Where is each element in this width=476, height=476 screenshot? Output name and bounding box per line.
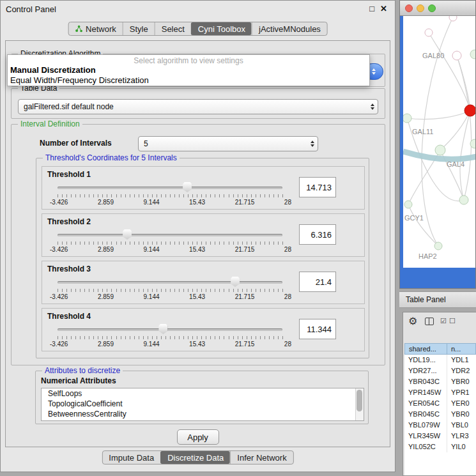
scale-label: 2.859: [98, 199, 114, 206]
slider-thumb[interactable]: [123, 229, 132, 240]
node-label-gal11: GAL11: [412, 128, 433, 135]
selected-red-node[interactable]: [464, 105, 475, 116]
cell-name: YER0: [447, 398, 476, 409]
slider-track[interactable]: [58, 187, 282, 189]
popup-option-equal-width-frequency[interactable]: Equal Width/Frequency Discretization: [8, 75, 369, 86]
zoom-traffic-light-icon[interactable]: [428, 4, 436, 12]
up-down-arrows-icon: [371, 104, 374, 110]
slider-ticks: [58, 289, 283, 292]
network-node-gcy1[interactable]: [404, 201, 412, 208]
threshold-1-panel: Threshold 1 -3.426 2.859 9.144 15.43 21.…: [42, 166, 365, 210]
table-row[interactable]: YBR043C YBR0: [404, 376, 476, 387]
network-node[interactable]: [425, 29, 433, 36]
close-icon[interactable]: ✕: [380, 4, 387, 13]
list-item[interactable]: SelfLoops: [42, 388, 364, 399]
scale-label: 21.715: [235, 246, 255, 253]
scale-label: 28: [284, 293, 291, 300]
scale-label: 15.43: [189, 341, 205, 348]
apply-button[interactable]: Apply: [177, 429, 219, 445]
vertical-scrollbar[interactable]: [355, 388, 364, 420]
threshold-1-value-field[interactable]: [299, 177, 336, 197]
table-row[interactable]: YDR27... YDR2: [404, 365, 476, 376]
network-node[interactable]: [459, 196, 468, 204]
scale-label: 21.715: [235, 341, 255, 348]
slider-track[interactable]: [58, 281, 282, 284]
cell-shared-name: YIL052C: [404, 441, 447, 452]
scale-label: 15.43: [189, 293, 205, 300]
table-row[interactable]: YBL079W YBL0: [404, 420, 476, 431]
scale-label: 21.715: [235, 293, 255, 300]
table-row[interactable]: YIL052C YIL0: [404, 441, 476, 452]
tab-network[interactable]: Network: [68, 22, 123, 35]
threshold-4-label: Threshold 4: [47, 312, 91, 321]
slider-thumb[interactable]: [158, 324, 167, 334]
number-of-intervals-label: Number of Intervals: [40, 139, 112, 148]
table-body: YDL19... YDL1 YDR27... YDR2 YBR043C YBR0…: [404, 355, 476, 475]
table-row[interactable]: YLR345W YLR3: [404, 431, 476, 441]
threshold-4-slider[interactable]: [58, 324, 282, 335]
columns-icon[interactable]: [425, 318, 434, 325]
slider-thumb[interactable]: [183, 182, 192, 192]
popup-option-manual-discretization[interactable]: Manual Discretization: [8, 65, 369, 75]
column-header-name[interactable]: n...: [447, 343, 476, 355]
cell-name: YDR2: [447, 365, 476, 376]
table-row[interactable]: YDL19... YDL1: [404, 355, 476, 365]
float-window-icon[interactable]: □: [369, 4, 374, 13]
column-header-shared-name[interactable]: shared...: [404, 343, 447, 355]
table-row[interactable]: YBR045C YBR0: [404, 409, 476, 420]
network-icon: [75, 25, 82, 33]
cell-name: YBR0: [447, 376, 476, 387]
tab-cyni-toolbox[interactable]: Cyni Toolbox: [191, 22, 252, 35]
threshold-4-value-field[interactable]: [299, 319, 336, 339]
tab-jactivemnodules[interactable]: jActiveMNodules: [252, 22, 327, 35]
table-row[interactable]: YPR145W YPR1: [404, 387, 476, 398]
node-label-gal4: GAL4: [447, 160, 464, 168]
scrollbar-thumb[interactable]: [357, 390, 362, 411]
cell-shared-name: YER054C: [404, 398, 447, 409]
network-node[interactable]: [449, 16, 457, 21]
scale-label: -3.426: [50, 293, 68, 300]
number-of-intervals-combobox[interactable]: 5: [138, 136, 318, 151]
scale-label: 2.859: [98, 341, 114, 348]
slider-ticks: [58, 194, 283, 197]
scale-label: 28: [284, 341, 291, 348]
table-row[interactable]: YER054C YER0: [404, 398, 476, 409]
network-node-gal4[interactable]: [435, 145, 445, 155]
cell-name: YDL1: [447, 355, 476, 365]
tab-impute-data[interactable]: Impute Data: [102, 451, 160, 464]
slider-ticks: [58, 242, 283, 245]
network-node-gal80[interactable]: [452, 51, 461, 60]
tab-select[interactable]: Select: [155, 22, 191, 35]
tab-discretize-data[interactable]: Discretize Data: [160, 451, 230, 464]
slider-track[interactable]: [58, 328, 282, 331]
network-node-gal11[interactable]: [403, 114, 411, 123]
scale-label: 9.144: [144, 246, 160, 253]
threshold-2-value-field[interactable]: [299, 224, 336, 245]
slider-scale: -3.426 2.859 9.144 15.43 21.715 28: [50, 246, 291, 253]
threshold-1-slider[interactable]: [58, 182, 282, 194]
threshold-3-value-field[interactable]: [299, 272, 336, 292]
network-canvas[interactable]: GAL80 GAL11 GAL4 GCY1 HAP2: [403, 16, 475, 268]
table-data-combobox[interactable]: galFiltered.sif default node: [18, 99, 378, 114]
network-node[interactable]: [470, 50, 475, 59]
tab-infer-network[interactable]: Infer Network: [230, 451, 293, 464]
node-label-gal80: GAL80: [422, 52, 444, 59]
thresholds-group-label: Threshold's Coordinates for 5 Intervals: [43, 153, 180, 162]
select-all-checkbox-icon[interactable]: ☑: [440, 317, 447, 325]
slider-thumb[interactable]: [231, 277, 240, 287]
minimize-traffic-light-icon[interactable]: [417, 4, 424, 12]
gear-icon[interactable]: ⚙: [408, 315, 417, 327]
cell-shared-name: YDL19...: [404, 355, 447, 365]
control-panel-tabstrip: Network Style Select Cyni Toolbox jActiv…: [68, 22, 328, 36]
threshold-3-slider[interactable]: [58, 277, 282, 288]
table-data-selected-value: galFiltered.sif default node: [24, 102, 114, 111]
cell-shared-name: YDR27...: [404, 365, 447, 376]
network-node-hap2[interactable]: [434, 242, 442, 250]
slider-track[interactable]: [58, 234, 282, 236]
list-item[interactable]: BetweennessCentrality: [42, 409, 364, 419]
tab-style[interactable]: Style: [123, 22, 155, 35]
threshold-2-slider[interactable]: [58, 229, 282, 241]
close-traffic-light-icon[interactable]: [405, 4, 413, 12]
list-item[interactable]: TopologicalCoefficient: [42, 399, 364, 409]
select-none-checkbox-icon[interactable]: ☐: [449, 317, 456, 325]
